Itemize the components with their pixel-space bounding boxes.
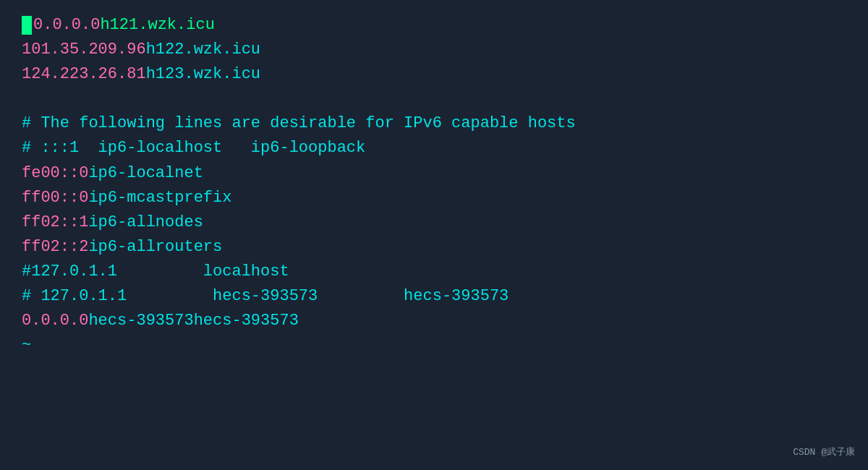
- hostname: h123.wzk.icu: [146, 62, 260, 87]
- terminal-line: 0.0.0.0 h121.wzk.icu: [22, 13, 846, 38]
- terminal-line: ff02::1 ip6-allnodes: [22, 210, 846, 235]
- terminal-line: 124.223.26.81 h123.wzk.icu: [22, 62, 846, 87]
- ip-address: ff02::2: [22, 235, 88, 260]
- terminal-line: # The following lines are desirable for …: [22, 111, 846, 136]
- ip-address: ff00::0: [22, 186, 88, 210]
- terminal-line: ~: [22, 333, 846, 358]
- hostname: ip6-allnodes: [88, 210, 203, 235]
- hostname: ip6-mcastprefix: [88, 186, 231, 210]
- ip-address: 101.35.209.96: [22, 38, 146, 62]
- terminal: 0.0.0.0 h121.wzk.icu101.35.209.96 h122.w…: [0, 0, 868, 470]
- ip-address: 0.0.0.0: [33, 13, 100, 38]
- hostname: h122.wzk.icu: [146, 38, 260, 62]
- terminal-line: 101.35.209.96 h122.wzk.icu: [22, 38, 846, 62]
- watermark: CSDN @武子康: [793, 445, 855, 460]
- hostname: h121.wzk.icu: [100, 13, 214, 38]
- terminal-line: 0.0.0.0 hecs-393573 hecs-393573: [22, 309, 846, 333]
- terminal-line: fe00::0 ip6-localnet: [22, 161, 846, 186]
- hostname: ip6-allrouters: [88, 235, 222, 260]
- ip-address: ff02::1: [22, 210, 88, 235]
- terminal-line: [22, 87, 846, 111]
- terminal-line: ff02::2 ip6-allrouters: [22, 235, 846, 260]
- terminal-line: # 127.0.1.1 hecs-393573 hecs-393573: [22, 284, 846, 309]
- ip-address: 124.223.26.81: [22, 62, 146, 87]
- ip-address: 0.0.0.0: [22, 309, 88, 333]
- hostname: ip6-localnet: [88, 161, 203, 186]
- hostname-2: hecs-393573: [194, 309, 299, 333]
- terminal-line: # :::1 ip6-localhost ip6-loopback: [22, 136, 846, 161]
- terminal-line: #127.0.1.1 localhost: [22, 260, 846, 284]
- ip-address: fe00::0: [22, 161, 88, 186]
- hostname-1: hecs-393573: [88, 309, 193, 333]
- terminal-line: ff00::0 ip6-mcastprefix: [22, 186, 846, 210]
- cursor: [22, 16, 32, 35]
